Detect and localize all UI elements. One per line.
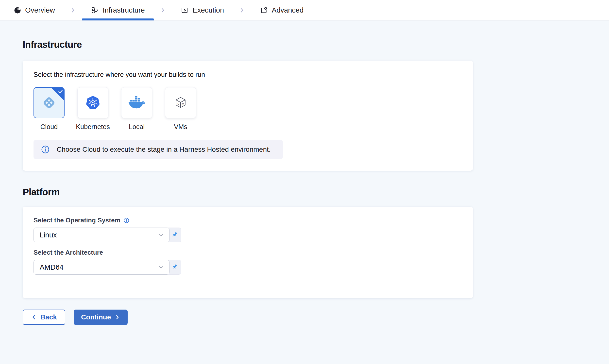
- tab-advanced[interactable]: Advanced: [260, 0, 304, 20]
- svg-text:M: M: [182, 102, 184, 106]
- stage-tab-bar: Overview Infrastructure: [0, 0, 609, 21]
- os-field-label-text: Select the Operating System: [34, 216, 120, 224]
- back-button[interactable]: Back: [23, 310, 65, 325]
- vm-cube-icon: V M: [173, 95, 188, 111]
- tab-infrastructure-label: Infrastructure: [103, 6, 145, 14]
- tab-infrastructure[interactable]: Infrastructure: [91, 0, 145, 20]
- tab-execution[interactable]: Execution: [181, 0, 224, 20]
- infrastructure-prompt: Select the infrastructure where you want…: [34, 70, 462, 79]
- infrastructure-card: Select the infrastructure where you want…: [23, 61, 473, 171]
- check-icon: [58, 89, 63, 95]
- back-button-label: Back: [40, 313, 57, 321]
- pin-icon: [170, 263, 178, 271]
- stage-configuration-page: Overview Infrastructure: [0, 0, 609, 364]
- os-select[interactable]: Linux: [34, 228, 169, 242]
- active-tab-underline: [82, 18, 154, 20]
- advanced-icon: [260, 6, 268, 14]
- chevron-down-icon: [158, 232, 164, 238]
- chevron-down-icon: [158, 264, 164, 270]
- continue-button-label: Continue: [81, 313, 111, 321]
- infra-option-kubernetes[interactable]: [77, 87, 108, 118]
- infrastructure-options: Cloud: [34, 87, 462, 131]
- arch-select-row: AMD64: [34, 260, 462, 275]
- chevron-left-icon: [31, 314, 37, 320]
- os-field-label: Select the Operating System: [34, 216, 462, 224]
- platform-card: Select the Operating System Linux: [23, 207, 473, 298]
- tab-advanced-label: Advanced: [272, 6, 304, 14]
- continue-button[interactable]: Continue: [74, 310, 128, 325]
- info-callout: Choose Cloud to execute the stage in a H…: [34, 140, 283, 159]
- chevron-right-separator-icon: [160, 7, 166, 14]
- arch-select[interactable]: AMD64: [34, 260, 169, 275]
- tab-overview-label: Overview: [25, 6, 55, 14]
- tab-execution-label: Execution: [193, 6, 224, 14]
- chevron-right-separator-icon: [70, 7, 76, 14]
- chevron-right-separator-icon: [239, 7, 245, 14]
- chevron-right-icon: [114, 314, 120, 320]
- infra-option-cloud[interactable]: [34, 87, 65, 118]
- tab-overview[interactable]: Overview: [14, 0, 55, 20]
- infra-option-cloud-label: Cloud: [40, 123, 58, 131]
- os-select-row: Linux: [34, 228, 462, 242]
- os-select-value: Linux: [40, 231, 57, 239]
- arch-field-label: Select the Architecture: [34, 249, 462, 256]
- info-callout-text: Choose Cloud to execute the stage in a H…: [57, 146, 271, 153]
- infra-option-vms-wrap: V M VMs: [165, 87, 196, 131]
- infra-option-vms-label: VMs: [174, 123, 187, 131]
- info-icon: [41, 145, 50, 154]
- infra-option-local-wrap: Local: [121, 87, 152, 131]
- infra-option-cloud-wrap: Cloud: [34, 87, 65, 131]
- platform-heading: Platform: [23, 186, 609, 198]
- infra-option-local-label: Local: [129, 123, 145, 131]
- infrastructure-heading: Infrastructure: [23, 39, 609, 50]
- wizard-actions: Back Continue: [23, 310, 609, 325]
- infrastructure-icon: [91, 6, 99, 14]
- stage-content: Infrastructure Select the infrastructure…: [0, 21, 609, 364]
- arch-select-value: AMD64: [40, 263, 64, 271]
- svg-text:V: V: [177, 102, 180, 106]
- info-icon: [123, 217, 129, 223]
- infra-option-kubernetes-label: Kubernetes: [76, 123, 110, 131]
- infra-option-vms[interactable]: V M: [165, 87, 196, 118]
- kubernetes-icon: [85, 95, 101, 111]
- execution-icon: [181, 6, 189, 14]
- infra-option-local[interactable]: [121, 87, 152, 118]
- infra-option-kubernetes-wrap: Kubernetes: [77, 87, 108, 131]
- arch-field-label-text: Select the Architecture: [34, 249, 103, 256]
- docker-icon: [128, 96, 146, 109]
- pin-icon: [170, 231, 178, 239]
- overview-icon: [14, 7, 21, 14]
